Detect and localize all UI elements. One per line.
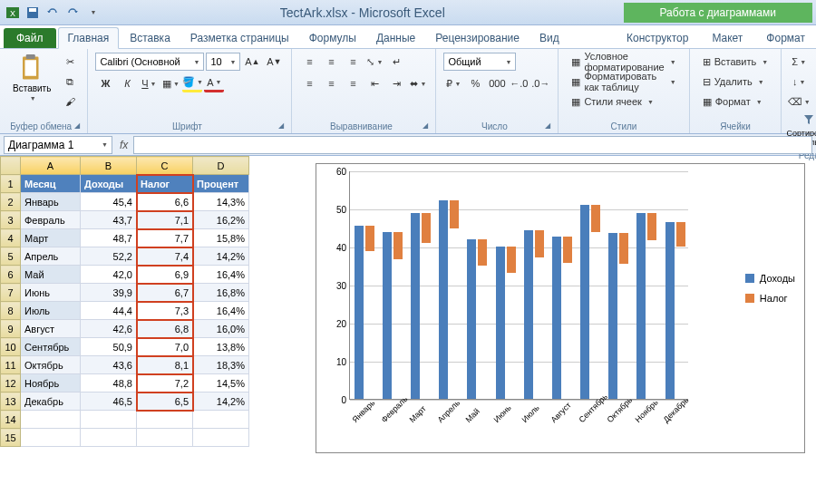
row-header[interactable]: 12 <box>1 374 21 393</box>
cell[interactable]: 16,8% <box>193 284 249 302</box>
comma-icon[interactable]: 000 <box>487 74 507 92</box>
format-painter-icon[interactable]: 🖌 <box>60 92 80 111</box>
row-header[interactable]: 11 <box>1 356 21 374</box>
bar-tax[interactable] <box>507 247 516 272</box>
review-tab[interactable]: Рецензирование <box>426 28 529 48</box>
bar-income[interactable] <box>496 247 505 399</box>
align-right-icon[interactable]: ≡ <box>343 74 363 92</box>
cell[interactable]: 16,4% <box>193 266 249 284</box>
cell[interactable]: 6,6 <box>137 193 193 211</box>
cell[interactable]: Август <box>21 320 81 338</box>
border-button[interactable]: ▦▼ <box>160 74 180 92</box>
cell[interactable]: 14,2% <box>193 393 249 411</box>
cell[interactable]: Июль <box>21 302 81 320</box>
excel-icon[interactable]: X <box>4 4 22 22</box>
row-header[interactable]: 13 <box>1 393 21 411</box>
bar-income[interactable] <box>355 226 364 399</box>
row-header[interactable]: 2 <box>1 193 21 211</box>
align-left-icon[interactable]: ≡ <box>299 74 319 92</box>
cell[interactable]: 43,6 <box>81 356 137 374</box>
font-color-button[interactable]: A▼ <box>204 74 224 92</box>
cell[interactable]: Ноябрь <box>21 374 81 393</box>
bar-tax[interactable] <box>676 222 685 247</box>
cell[interactable]: 6,7 <box>137 284 193 302</box>
cell[interactable]: 48,8 <box>81 374 137 393</box>
bar-tax[interactable] <box>478 239 487 266</box>
cell[interactable]: 6,5 <box>137 393 193 411</box>
row-header[interactable]: 15 <box>1 429 21 447</box>
cell[interactable]: 7,7 <box>137 229 193 247</box>
row-header[interactable]: 4 <box>1 229 21 247</box>
cell[interactable]: Октябрь <box>21 356 81 374</box>
fill-icon[interactable]: ↓▼ <box>789 73 809 91</box>
row-header[interactable]: 8 <box>1 302 21 320</box>
chart-format-tab[interactable]: Формат <box>755 28 816 48</box>
currency-icon[interactable]: ₽▼ <box>443 74 463 92</box>
cell[interactable]: 7,3 <box>137 302 193 320</box>
redo-icon[interactable] <box>63 4 82 22</box>
cell[interactable]: 52,2 <box>81 247 137 266</box>
row-header[interactable]: 10 <box>1 338 21 356</box>
cell[interactable]: Декабрь <box>21 393 81 411</box>
select-all-corner[interactable] <box>1 157 21 175</box>
insert-cells-button[interactable]: ⊞Вставить▼ <box>697 53 774 71</box>
spreadsheet-grid[interactable]: A B C D 1 Месяц Доходы Налог Процент 2 Я… <box>0 156 249 447</box>
col-header-c[interactable]: C <box>137 157 193 175</box>
cell[interactable]: 6,8 <box>137 320 193 338</box>
fx-icon[interactable]: fx <box>120 139 128 151</box>
wrap-text-icon[interactable]: ↵ <box>386 53 406 71</box>
chart-design-tab[interactable]: Конструктор <box>616 28 699 48</box>
cell[interactable]: 46,5 <box>81 393 137 411</box>
cell[interactable]: 7,4 <box>137 247 193 266</box>
conditional-formatting-button[interactable]: ▦Условное форматирование▼ <box>566 53 681 71</box>
bar-income[interactable] <box>552 237 561 399</box>
bar-tax[interactable] <box>365 226 374 251</box>
home-tab[interactable]: Главная <box>58 27 120 49</box>
bar-income[interactable] <box>383 232 392 399</box>
align-center-icon[interactable]: ≡ <box>321 74 341 92</box>
chart-legend[interactable]: Доходы Налог <box>745 273 795 313</box>
cell[interactable]: 16,2% <box>193 211 249 229</box>
copy-icon[interactable]: ⧉ <box>60 73 80 91</box>
number-launcher-icon[interactable]: ◢ <box>545 121 550 130</box>
row-header[interactable]: 14 <box>1 411 21 429</box>
decrease-indent-icon[interactable]: ⇤ <box>364 74 384 92</box>
bar-income[interactable] <box>665 222 675 399</box>
bar-tax[interactable] <box>619 233 628 264</box>
row-header[interactable]: 5 <box>1 247 21 266</box>
cell[interactable]: Доходы <box>81 175 137 193</box>
formulas-tab[interactable]: Формулы <box>300 28 365 48</box>
cell[interactable]: 50,9 <box>81 338 137 356</box>
cell[interactable]: Март <box>21 229 81 247</box>
cell[interactable]: 42,6 <box>81 320 137 338</box>
row-header[interactable]: 3 <box>1 211 21 229</box>
cell[interactable]: Сентябрь <box>21 338 81 356</box>
shrink-font-icon[interactable]: A▼ <box>264 53 284 71</box>
cell[interactable]: 7,1 <box>137 211 193 229</box>
cell[interactable]: Месяц <box>21 175 81 193</box>
page-layout-tab[interactable]: Разметка страницы <box>181 28 298 48</box>
row-header[interactable]: 7 <box>1 284 21 302</box>
italic-button[interactable]: К <box>117 74 137 92</box>
alignment-launcher-icon[interactable]: ◢ <box>423 121 428 130</box>
bar-income[interactable] <box>636 213 646 399</box>
increase-decimal-icon[interactable]: ←.0 <box>509 74 529 92</box>
bar-income[interactable] <box>608 233 617 399</box>
file-tab[interactable]: Файл <box>4 28 56 48</box>
bar-tax[interactable] <box>591 205 600 231</box>
col-header-b[interactable]: B <box>81 157 137 175</box>
align-top-icon[interactable]: ≡ <box>299 53 319 71</box>
cell[interactable]: 16,4% <box>193 302 249 320</box>
increase-indent-icon[interactable]: ⇥ <box>386 74 406 92</box>
cell[interactable]: 8,1 <box>137 356 193 374</box>
cell[interactable]: 48,7 <box>81 229 137 247</box>
cell[interactable]: 13,8% <box>193 338 249 356</box>
bar-tax[interactable] <box>647 213 656 240</box>
clear-icon[interactable]: ⌫▼ <box>789 92 809 111</box>
row-header[interactable]: 1 <box>1 175 21 193</box>
cell[interactable]: Июнь <box>21 284 81 302</box>
bar-tax[interactable] <box>563 237 572 263</box>
cell-styles-button[interactable]: ▦Стили ячеек▼ <box>566 92 658 111</box>
bold-button[interactable]: Ж <box>95 74 115 92</box>
legend-item-tax[interactable]: Налог <box>745 293 795 304</box>
